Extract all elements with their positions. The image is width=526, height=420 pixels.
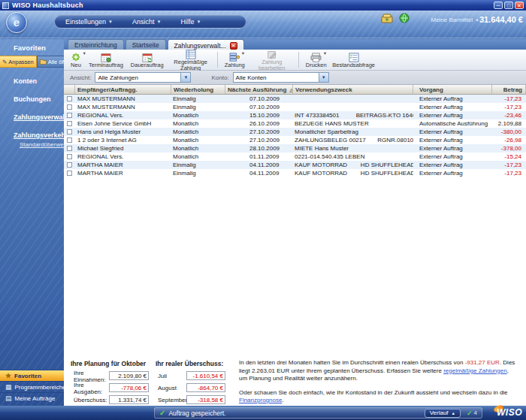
- tab-zahlungsverwaltung[interactable]: Zahlungsverwalt... ×: [168, 39, 244, 50]
- juli-value: -1.610,54 €: [186, 371, 225, 380]
- table-row[interactable]: Hans und Helga Muster Monatlich 27.10.20…: [64, 128, 526, 136]
- column-verwendungszweck[interactable]: Verwendungszweck: [293, 85, 413, 94]
- konto-select[interactable]: Alle Konten ▼: [233, 72, 329, 83]
- amount-cell: -378,00: [492, 145, 526, 152]
- verlauf-label: Verlauf: [430, 409, 449, 416]
- bottom-nav-meine-auftraege[interactable]: ▤ Meine Aufträge: [0, 392, 64, 403]
- main-content: ▼ Neu Terminauftrag Dauerauftrag: [64, 50, 526, 406]
- minimize-button[interactable]: ─: [494, 2, 503, 9]
- process-cell: Externer Auftrag: [413, 145, 492, 152]
- row-checkbox[interactable]: [67, 96, 72, 101]
- table-row[interactable]: MARTHA MAIER Einmalig 04.11.2009 KAUF MO…: [64, 169, 526, 177]
- process-cell: Automatische Ausführung: [413, 120, 492, 127]
- anpassen-button[interactable]: ✎ Anpassen: [0, 56, 37, 68]
- row-checkbox[interactable]: [67, 146, 72, 151]
- anpassen-label: Anpassen: [8, 59, 33, 65]
- bottom-nav-favoriten[interactable]: ★ Favoriten: [0, 370, 64, 381]
- neu-button[interactable]: ▼ Neu: [67, 50, 85, 70]
- close-tab-icon[interactable]: ×: [230, 42, 237, 50]
- column-wiederholung[interactable]: Wiederholung: [171, 85, 225, 94]
- table-row[interactable]: Michael Siegfried Monatlich 28.10.2009 M…: [64, 144, 526, 153]
- column-betrag[interactable]: Betrag: [492, 85, 526, 94]
- finanzprognose-link[interactable]: Finanzprognose: [239, 397, 282, 403]
- amount-cell: -17,23: [492, 95, 526, 102]
- regelmaessige-zahlung-button[interactable]: Regelmäßige Zahlung: [168, 50, 214, 70]
- table-row[interactable]: Eisen Johne Service GmbH Monatlich 26.10…: [64, 119, 526, 128]
- table-row[interactable]: REGIONAL Vers. Monatlich 01.11.2009 0221…: [64, 153, 526, 161]
- sync-globe-icon[interactable]: [399, 13, 410, 23]
- zahlung-button[interactable]: ▼ Zahlung: [221, 50, 249, 70]
- toolbar-separator: [298, 52, 299, 68]
- real-surplus-title: Ihr realer Überschuss:: [156, 360, 223, 367]
- menu-einstellungen[interactable]: Einstellungen▼: [65, 18, 113, 26]
- app-orb-button[interactable]: e: [6, 12, 27, 33]
- table-row[interactable]: 1 2 oder 3 Internet AG Monatlich 27.10.2…: [64, 136, 526, 144]
- dauerauftrag-button[interactable]: Dauerauftrag: [127, 50, 168, 70]
- menu-ansicht[interactable]: Ansicht▼: [132, 18, 161, 26]
- table-row[interactable]: MAX MUSTERMANN Einmalig 07.10.2009 Exter…: [64, 95, 526, 103]
- payee-cell: Michael Siegfried: [75, 145, 171, 152]
- row-checkbox[interactable]: [67, 162, 72, 168]
- ueberschuss-value: 1.331,74 €: [109, 395, 149, 404]
- table-list-icon: [186, 50, 196, 59]
- date-cell: 15.10.2009: [225, 112, 293, 119]
- status-panel: ✓ Auftrag gespeichert. Verlauf ▲ ✓ 4: [154, 407, 482, 418]
- amount-cell: -17,23: [492, 162, 526, 168]
- cashbox-icon[interactable]: [381, 14, 393, 23]
- tab-startseite[interactable]: Startseite: [125, 39, 166, 50]
- column-vorgang[interactable]: Vorgang: [413, 85, 492, 94]
- row-checkbox[interactable]: [67, 104, 72, 110]
- amount-cell: -17,23: [492, 104, 526, 110]
- row-checkbox[interactable]: [67, 171, 72, 176]
- column-naechste-ausfuehrung[interactable]: Nächste Ausführung△: [225, 85, 293, 94]
- column-empfaenger[interactable]: Empfänger/Auftragg.: [75, 85, 171, 94]
- balance-total: 31.644,40 €: [479, 15, 523, 24]
- toolbar-label: Dauerauftrag: [131, 62, 164, 68]
- table-row[interactable]: MAX MUSTERMANN Einmalig 07.10.2009 Exter…: [64, 103, 526, 111]
- printer-icon: ▼: [310, 52, 322, 62]
- repeat-cell: Monatlich: [171, 137, 225, 144]
- tab-label: Zahlungsverwalt...: [174, 42, 226, 50]
- sidebar-item-standardueberweisung[interactable]: Standardüberweisung: [0, 140, 64, 150]
- edit-payment-icon: [267, 50, 277, 59]
- row-checkbox[interactable]: [67, 121, 72, 126]
- account-selector[interactable]: Meine Barmittel ▼: [431, 17, 479, 23]
- row-checkbox[interactable]: [67, 113, 72, 118]
- chevron-down-icon: ▼: [241, 52, 245, 56]
- chevron-down-icon: ▼: [319, 73, 328, 82]
- drucken-button[interactable]: ▼ Drucken: [302, 50, 331, 70]
- tab-ersteinrichtung[interactable]: Ersteinrichtung: [68, 39, 124, 50]
- menu-label: Hilfe: [180, 18, 194, 26]
- table-row[interactable]: REGIONAL Vers. Monatlich 15.10.2009 INT …: [64, 111, 526, 119]
- amount-cell: -26,98: [492, 137, 526, 144]
- amount-cell: -15,24: [492, 153, 526, 160]
- sidebar-item-buchungen[interactable]: Buchungen: [0, 90, 64, 108]
- row-checkbox[interactable]: [67, 154, 72, 159]
- regelmaessige-zahlungen-link[interactable]: regelmäßige Zahlungen: [443, 367, 507, 374]
- bottom-nav-label: Favoriten: [14, 373, 41, 379]
- maximize-button[interactable]: □: [504, 2, 513, 9]
- ansicht-select[interactable]: Alle Zahlungen ▼: [95, 72, 191, 83]
- tab-strip: Ersteinrichtung Startseite Zahlungsverwa…: [64, 39, 526, 50]
- verlauf-button[interactable]: Verlauf ▲: [425, 409, 461, 418]
- terminauftrag-button[interactable]: Terminauftrag: [85, 50, 127, 70]
- ansicht-label: Ansicht:: [70, 74, 91, 81]
- status-message: Auftrag gespeichert.: [168, 409, 225, 417]
- sidebar-item-konten[interactable]: Konten: [0, 72, 64, 90]
- toolbar-label: Zahlung: [225, 62, 245, 68]
- table-row[interactable]: MARTHA MAIER Einmalig 04.11.2009 KAUF MO…: [64, 161, 526, 169]
- row-checkbox[interactable]: [67, 137, 72, 143]
- sidebar-item-zahlungsverkehr[interactable]: Zahlungsverkehr: [0, 126, 64, 140]
- bestandsabfrage-button[interactable]: Bestandsabfrage: [331, 50, 377, 70]
- purpose-cell: Monatlicher Sparbeitrag: [293, 128, 413, 135]
- menu-hilfe[interactable]: Hilfe▼: [180, 18, 201, 26]
- bottom-nav-programmbereiche[interactable]: ▦ Programmbereiche: [0, 381, 64, 392]
- einnahmen-value: 2.109,80 €: [109, 371, 149, 380]
- row-checkbox[interactable]: [67, 129, 72, 134]
- close-button[interactable]: ✕: [515, 2, 524, 9]
- sidebar: Favoriten ✎ Anpassen Alle öffnen Konten …: [0, 39, 64, 406]
- sidebar-item-zahlungsverwaltung[interactable]: Zahlungsverwaltung: [0, 108, 64, 126]
- payee-cell: REGIONAL Vers.: [75, 153, 171, 160]
- sidebar-bottom-nav: ★ Favoriten ▦ Programmbereiche ▤ Meine A…: [0, 370, 64, 403]
- check-icon: ✓: [467, 409, 473, 417]
